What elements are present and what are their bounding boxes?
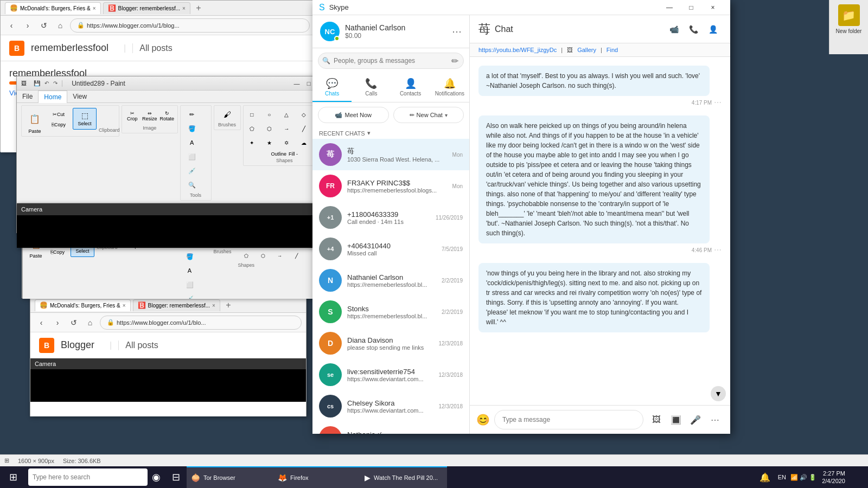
start-button[interactable]: ⊞ (0, 466, 26, 488)
paint-view-tab-1[interactable]: View (67, 91, 92, 102)
nav-back-3[interactable]: ‹ (35, 316, 48, 329)
address-bar-3[interactable]: 🔒 https://www.blogger.com/u/1/blo... (100, 316, 302, 330)
tab-calls[interactable]: 📞 Calls (352, 73, 391, 102)
nav-forward-1[interactable]: › (21, 19, 34, 32)
taskbar-cortana[interactable]: ◉ (148, 466, 165, 488)
gallery-link[interactable]: Gallery (577, 47, 596, 53)
paint-minimize-1[interactable]: — (291, 79, 302, 88)
qa-redo-1[interactable]: ↷ (52, 79, 59, 87)
browser-tab-2[interactable]: 🅱️ Blogger: rememberlessf... × (103, 2, 190, 14)
shape-ellipse[interactable]: ○ (261, 108, 277, 121)
shape-p-2[interactable]: ⬠ (238, 249, 254, 262)
tab-chats[interactable]: 💬 Chats (312, 73, 352, 102)
show-desktop-btn[interactable] (851, 466, 864, 488)
new-tab-btn-1[interactable]: + (193, 2, 205, 14)
audio-btn[interactable]: 🎤 (687, 411, 704, 428)
shape-arrow[interactable]: → (278, 122, 295, 135)
nav-refresh-1[interactable]: ↺ (37, 19, 50, 32)
rotate-btn-1[interactable]: ↻Rotate (159, 108, 175, 124)
chat-item-3[interactable]: +4 +4064310440 Missed call 7/5/2019 (312, 233, 469, 265)
meet-now-btn[interactable]: 📹 Meet Now (318, 107, 389, 123)
message-input[interactable] (494, 410, 643, 429)
zoom-btn-1[interactable]: 🔍 (184, 178, 200, 191)
message-more-0[interactable]: ⋯ (714, 98, 722, 107)
shape-hex[interactable]: ⬡ (261, 122, 277, 135)
skype-maximize[interactable]: □ (680, 0, 702, 15)
nav-back-1[interactable]: ‹ (5, 19, 18, 32)
nav-home-3[interactable]: ⌂ (84, 316, 97, 329)
copy-btn-1[interactable]: ⎘ Copy (47, 120, 71, 130)
taskbar-app-video[interactable]: ▶ Watch The Red Pill 20... (360, 466, 447, 488)
nav-forward-3[interactable]: › (51, 316, 64, 329)
picker-btn-1[interactable]: 💉 (184, 164, 200, 177)
shape-line[interactable]: ╱ (296, 122, 312, 135)
chat-item-6[interactable]: D Diana Davison please stop sending me l… (312, 328, 469, 359)
shape-l-2[interactable]: ╱ (289, 249, 305, 262)
qa-undo-1[interactable]: ↶ (43, 79, 50, 87)
new-tab-btn-3[interactable]: + (222, 299, 234, 311)
browser-tab-1[interactable]: 🍔 McDonald's: Burgers, Fries & × (5, 2, 101, 14)
picker-btn-2[interactable]: 💉 (182, 292, 198, 299)
chat-item-2[interactable]: +1 +118004633339 Call ended · 14m 11s 11… (312, 202, 469, 233)
shape-diamond[interactable]: ◇ (296, 108, 312, 121)
skype-search-input[interactable] (318, 53, 464, 69)
eraser-btn-1[interactable]: ⬜ (184, 150, 200, 163)
shape-star5[interactable]: ★ (261, 136, 277, 149)
nav-home-1[interactable]: ⌂ (54, 19, 67, 32)
chat-item-5[interactable]: S Stonks https://rememeberlessfool.bl...… (312, 296, 469, 328)
skype-close[interactable]: × (702, 0, 724, 15)
text-btn-2[interactable]: A (182, 264, 198, 277)
shape-star6[interactable]: ✡ (278, 136, 295, 149)
tab-notifications[interactable]: 🔔 Notifications (430, 73, 469, 102)
select-btn-1[interactable]: ⬚ Select (73, 108, 97, 130)
crop-btn-1[interactable]: ✂Crop (124, 108, 141, 124)
new-chat-btn[interactable]: ✏ New Chat ▾ (393, 107, 464, 123)
folder-icon[interactable]: 📁 (838, 4, 860, 26)
shape-penta[interactable]: ⬠ (244, 122, 260, 135)
shape-h-2[interactable]: ⬡ (255, 249, 271, 262)
shape-cloud[interactable]: ☁ (296, 136, 312, 149)
tab-close-3a[interactable]: × (123, 303, 126, 309)
taskbar-search-input[interactable] (33, 473, 143, 481)
nav-refresh-3[interactable]: ↺ (67, 316, 80, 329)
browser-tab-3b[interactable]: 🅱️ Blogger: rememberlessf... × (133, 299, 220, 311)
shape-triangle[interactable]: △ (278, 108, 295, 121)
recent-chats-header[interactable]: RECENT CHATS ▾ (312, 127, 469, 139)
gallery-btn[interactable]: 🔳 (667, 411, 685, 428)
paint-file-tab-1[interactable]: File (17, 91, 38, 102)
tab-close-2[interactable]: × (182, 5, 186, 11)
compose-icon[interactable]: ✏ (451, 56, 458, 66)
qa-save-1[interactable]: 💾 (32, 79, 42, 87)
more-btn[interactable]: ⋯ (706, 411, 724, 428)
shape-star4[interactable]: ✦ (244, 136, 260, 149)
add-person-btn[interactable]: 👤 (704, 21, 722, 38)
taskbar-app-tor[interactable]: 🧅 Tor Browser (187, 466, 273, 488)
taskbar-search[interactable] (28, 468, 148, 486)
voice-call-btn[interactable]: 📞 (685, 21, 702, 38)
text-btn-1[interactable]: A (184, 136, 200, 149)
browser-tab-3a[interactable]: 🍔 McDonald's: Burgers, Fries & × (35, 299, 131, 311)
chat-item-0[interactable]: 苺 苺 1030 Sierra Road West. Helena, ... M… (312, 139, 469, 170)
fill-btn-2[interactable]: 🪣 (182, 250, 198, 263)
taskbar-app-firefox[interactable]: 🦊 Firefox (273, 466, 360, 488)
copy-btn-2[interactable]: ⎘ Copy (47, 248, 68, 256)
notification-btn[interactable]: 🔔 (756, 466, 774, 488)
shape-rect[interactable]: □ (244, 108, 260, 121)
skype-user-avatar[interactable]: NC (320, 22, 340, 41)
chat-item-1[interactable]: FR FR3AKY PRINC3$$ https://rememeberless… (312, 170, 469, 202)
fill-btn-1[interactable]: 🪣 (184, 122, 200, 135)
video-call-btn[interactable]: 📹 (665, 21, 682, 38)
paint-home-tab-1[interactable]: Home (38, 91, 67, 103)
pencil-btn-1[interactable]: ✏ (184, 108, 200, 121)
chat-item-7[interactable]: se live:sensitiveterrie754 https://www.d… (312, 359, 469, 390)
skype-more-btn[interactable]: ⋯ (452, 25, 462, 37)
eraser-btn-2[interactable]: ⬜ (182, 278, 198, 291)
chat-item-8[interactable]: cs Chelsey Sikora https://www.deviantart… (312, 390, 469, 422)
resize-btn-1[interactable]: ⇔Resize (142, 108, 158, 124)
tab-contacts[interactable]: 👤 Contacts (391, 73, 430, 102)
cut-btn-1[interactable]: ✂ Cut (47, 110, 71, 119)
brushes-btn-1[interactable]: 🖌 (219, 108, 235, 121)
taskbar-task-view[interactable]: ⊟ (165, 466, 187, 488)
chat-item-9[interactable]: N Nathanie :( https://www.deviantart.com… (312, 422, 469, 434)
emoji-btn[interactable]: 😊 (476, 413, 490, 426)
